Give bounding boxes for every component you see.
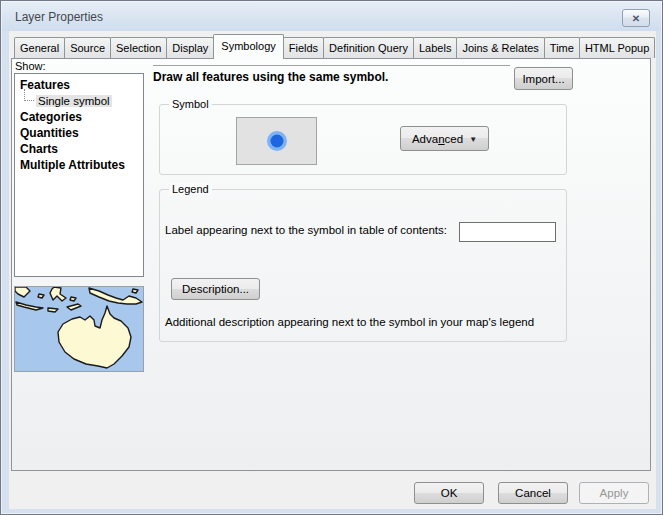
advanced-dropdown-button[interactable]: Advanced ▼ [400, 126, 489, 151]
tab-display[interactable]: Display [166, 37, 214, 58]
window-title: Layer Properties [15, 10, 103, 24]
tab-source[interactable]: Source [64, 37, 111, 58]
tab-symbology[interactable]: Symbology [213, 34, 283, 59]
show-tree-list[interactable]: Features Single symbol Categories Quanti… [14, 73, 144, 277]
tab-general[interactable]: General [14, 37, 65, 58]
close-icon[interactable]: ✕ [622, 9, 650, 27]
chevron-down-icon: ▼ [469, 135, 477, 144]
tab-html-popup[interactable]: HTML Popup [579, 37, 655, 58]
tab-joins-relates[interactable]: Joins & Relates [456, 37, 544, 58]
map-preview-image [15, 287, 143, 371]
symbology-tab-page: Show: Features Single symbol Categories … [11, 58, 651, 471]
tab-labels[interactable]: Labels [413, 37, 457, 58]
tree-item-quantities[interactable]: Quantities [15, 125, 143, 141]
symbol-group-title: Symbol [169, 98, 212, 110]
map-preview [14, 286, 144, 372]
point-symbol-icon [265, 129, 289, 153]
advanced-label: Advanced [412, 133, 463, 145]
tab-fields[interactable]: Fields [283, 37, 324, 58]
layer-properties-dialog: Layer Properties ✕ General Source Select… [0, 0, 663, 515]
tree-item-charts[interactable]: Charts [15, 141, 143, 157]
import-button[interactable]: Import... [514, 67, 573, 90]
apply-button: Apply [579, 482, 649, 504]
additional-description-text: Additional description appearing next to… [165, 316, 534, 328]
symbol-preview-button[interactable] [236, 117, 317, 165]
legend-group-title: Legend [169, 183, 212, 195]
tab-strip: General Source Selection Display Symbolo… [14, 34, 654, 58]
legend-label-input[interactable] [459, 222, 556, 242]
legend-label-text: Label appearing next to the symbol in ta… [165, 224, 447, 236]
cancel-button[interactable]: Cancel [498, 482, 568, 504]
header-divider [153, 65, 510, 66]
renderer-description: Draw all features using the same symbol. [153, 70, 388, 84]
tab-definition-query[interactable]: Definition Query [323, 37, 414, 58]
tab-time[interactable]: Time [544, 37, 580, 58]
tab-selection[interactable]: Selection [110, 37, 167, 58]
description-button[interactable]: Description... [171, 278, 260, 300]
tree-item-single-symbol[interactable]: Single symbol [15, 93, 143, 109]
symbol-group-box: Symbol [159, 104, 567, 175]
tree-item-multiple-attributes[interactable]: Multiple Attributes [15, 157, 143, 173]
tree-item-features[interactable]: Features [15, 77, 143, 93]
title-bar[interactable]: Layer Properties ✕ [2, 2, 661, 31]
dialog-client-area: General Source Selection Display Symbolo… [9, 31, 656, 509]
tree-item-categories[interactable]: Categories [15, 109, 143, 125]
ok-button[interactable]: OK [414, 482, 484, 504]
tree-connector [24, 89, 34, 101]
show-label: Show: [15, 60, 46, 72]
